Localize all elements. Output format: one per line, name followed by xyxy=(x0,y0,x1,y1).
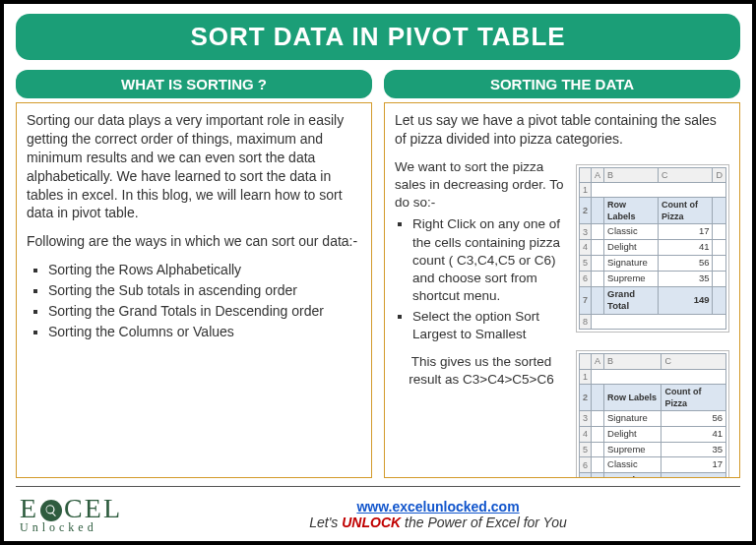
page: SORT DATA IN PIVOT TABLE WHAT IS SORTING… xyxy=(0,0,756,545)
pivot-table-unsorted: ABCD 1 2Row LabelsCount of Pizza 3Classi… xyxy=(576,164,729,333)
right-text: We want to sort the pizza sales in decre… xyxy=(395,158,568,478)
magnify-icon xyxy=(40,500,62,521)
list-item: Sorting the Rows Alphabetically xyxy=(48,261,361,279)
right-inner: We want to sort the pizza sales in decre… xyxy=(395,158,729,478)
main-title: SORT DATA IN PIVOT TABLE xyxy=(16,14,740,60)
list-item: Sorting the Grand Totals in Descending o… xyxy=(48,302,361,321)
list-item: Sorting the Columns or Values xyxy=(48,323,361,341)
left-column: WHAT IS SORTING ? Sorting our data plays… xyxy=(16,70,372,478)
right-list: Right Click on any one of the cells cont… xyxy=(395,215,568,343)
right-heading: SORTING THE DATA xyxy=(384,70,740,98)
left-intro: Following are the ways in which we can s… xyxy=(27,232,361,251)
left-para: Sorting our data plays a very important … xyxy=(27,111,361,222)
right-intro: Let us say we have a pivot table contain… xyxy=(395,111,729,149)
columns: WHAT IS SORTING ? Sorting our data plays… xyxy=(16,70,740,478)
right-p2: This gives us the sorted result as C3>C4… xyxy=(395,353,568,389)
right-p1: We want to sort the pizza sales in decre… xyxy=(395,158,568,212)
right-box: Let us say we have a pivot table contain… xyxy=(384,102,740,478)
pivot-table-sorted: ABC 1 2Row LabelsCount of Pizza 3Signatu… xyxy=(576,350,729,478)
footer: ECEL Unlocked www.excelunlocked.com Let'… xyxy=(16,486,740,535)
list-item: Select the option Sort Largest to Smalle… xyxy=(412,308,568,343)
left-box: Sorting our data plays a very important … xyxy=(16,102,372,478)
left-heading: WHAT IS SORTING ? xyxy=(16,70,372,98)
tables: ABCD 1 2Row LabelsCount of Pizza 3Classi… xyxy=(576,158,729,478)
footer-link[interactable]: www.excelunlocked.com xyxy=(356,499,519,515)
logo: ECEL Unlocked xyxy=(20,493,122,535)
list-item: Sorting the Sub totals in ascending orde… xyxy=(48,281,361,300)
list-item: Right Click on any one of the cells cont… xyxy=(412,215,568,305)
footer-text: www.excelunlocked.com Let's UNLOCK the P… xyxy=(140,499,736,530)
left-list: Sorting the Rows Alphabetically Sorting … xyxy=(27,261,361,341)
right-column: SORTING THE DATA Let us say we have a pi… xyxy=(384,70,740,478)
